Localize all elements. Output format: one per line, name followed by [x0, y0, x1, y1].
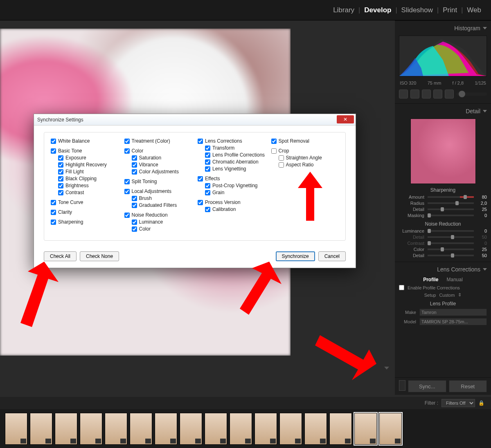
sync-option-post-crop-vignetting[interactable]: Post-Crop Vignetting: [205, 183, 266, 188]
panel-collapse-icon[interactable]: [483, 110, 487, 112]
check-all-button[interactable]: Check All: [44, 251, 77, 261]
sync-option-spot-removal[interactable]: Spot Removal: [271, 138, 339, 144]
sync-option-highlight-recovery[interactable]: Highlight Recovery: [58, 162, 119, 168]
sync-option-clarity[interactable]: Clarity: [51, 209, 119, 215]
sync-option-saturation[interactable]: Saturation: [132, 155, 192, 161]
filmstrip-thumb[interactable]: [105, 413, 127, 445]
slider-track[interactable]: [428, 249, 474, 250]
model-select[interactable]: TAMRON SP 28-75m...: [419, 318, 487, 325]
checkbox[interactable]: [205, 190, 210, 195]
sync-option-contrast[interactable]: Contrast: [58, 190, 119, 195]
filmstrip-thumb[interactable]: [304, 413, 327, 445]
lock-icon[interactable]: 🔒: [478, 400, 484, 406]
brush-tool-icon[interactable]: [445, 90, 454, 99]
sync-option-exposure[interactable]: Exposure: [58, 155, 119, 161]
module-print[interactable]: Print: [443, 6, 457, 14]
sync-option-chromatic-aberration[interactable]: Chromatic Aberration: [205, 159, 266, 165]
checkbox[interactable]: [132, 196, 137, 201]
checkbox[interactable]: [58, 169, 63, 175]
panel-collapse-icon[interactable]: [483, 268, 487, 271]
checkbox[interactable]: [205, 207, 210, 212]
checkbox[interactable]: [51, 210, 56, 215]
slider-track[interactable]: [428, 255, 474, 256]
sync-option-basic-tone[interactable]: Basic Tone: [51, 148, 119, 154]
filmstrip-thumb[interactable]: [205, 413, 227, 445]
checkbox[interactable]: [58, 190, 63, 195]
setup-value[interactable]: Custom: [439, 293, 455, 298]
sync-option-transform[interactable]: Transform: [205, 145, 266, 151]
checkbox[interactable]: [279, 155, 284, 161]
checkbox[interactable]: [124, 139, 130, 144]
sync-option-luminance[interactable]: Luminance: [132, 219, 192, 225]
checkbox[interactable]: [51, 148, 56, 154]
module-slideshow[interactable]: Slideshow: [401, 6, 433, 14]
filmstrip-thumb[interactable]: [155, 413, 177, 445]
slider-track[interactable]: [428, 202, 474, 204]
checkbox[interactable]: [198, 176, 203, 181]
module-library[interactable]: Library: [333, 6, 354, 14]
checkbox[interactable]: [271, 139, 277, 144]
slider-track[interactable]: [428, 236, 474, 238]
checkbox[interactable]: [132, 169, 137, 175]
filmstrip-thumb[interactable]: [130, 413, 152, 445]
checkbox[interactable]: [51, 220, 56, 225]
check-none-button[interactable]: Check None: [80, 251, 119, 261]
checkbox[interactable]: [279, 162, 284, 168]
sync-option-brightness[interactable]: Brightness: [58, 183, 119, 188]
checkbox[interactable]: [124, 179, 130, 184]
slider-track[interactable]: [428, 208, 474, 210]
checkbox[interactable]: [124, 148, 130, 154]
switch-toggle-icon[interactable]: [399, 380, 405, 391]
checkbox[interactable]: [205, 159, 210, 165]
checkbox[interactable]: [58, 155, 63, 161]
close-icon[interactable]: ✕: [337, 115, 354, 123]
dialog-titlebar[interactable]: Synchronize Settings ✕: [34, 114, 356, 125]
slider-track[interactable]: [428, 196, 474, 198]
checkbox[interactable]: [132, 155, 137, 161]
sync-option-split-toning[interactable]: Split Toning: [124, 179, 192, 184]
checkbox[interactable]: [124, 189, 130, 194]
checkbox[interactable]: [198, 139, 203, 144]
panel-collapse-icon[interactable]: [483, 27, 487, 29]
checkbox[interactable]: [198, 200, 203, 205]
sync-option-vibrance[interactable]: Vibrance: [132, 162, 192, 168]
cancel-button[interactable]: Cancel: [318, 251, 346, 261]
filmstrip-thumb[interactable]: [80, 413, 102, 445]
sync-option-treatment-color-[interactable]: Treatment (Color): [124, 138, 192, 144]
sync-option-lens-vignetting[interactable]: Lens Vignetting: [205, 166, 266, 172]
filmstrip-thumb[interactable]: [354, 413, 377, 445]
filmstrip-thumb[interactable]: [230, 413, 252, 445]
checkbox[interactable]: [58, 162, 63, 168]
sync-option-graduated-filters[interactable]: Graduated Filters: [132, 202, 192, 208]
histogram-graph[interactable]: [399, 36, 487, 76]
detail-preview[interactable]: [410, 119, 476, 184]
grad-tool-icon[interactable]: [433, 90, 442, 99]
checkbox[interactable]: [124, 213, 130, 218]
sync-option-grain[interactable]: Grain: [205, 190, 266, 195]
dropdown-icon[interactable]: ⇕: [458, 292, 462, 298]
sync-option-sharpening[interactable]: Sharpening: [51, 219, 119, 225]
crop-tool-icon[interactable]: [399, 90, 408, 99]
slider-track[interactable]: [428, 242, 474, 244]
tab-profile[interactable]: Profile: [423, 277, 438, 282]
checkbox[interactable]: [51, 200, 56, 205]
filmstrip-thumb[interactable]: [30, 413, 52, 445]
sync-option-black-clipping[interactable]: Black Clipping: [58, 176, 119, 181]
filter-select[interactable]: Filters Off: [441, 399, 475, 407]
module-web[interactable]: Web: [467, 6, 481, 14]
checkbox[interactable]: [58, 176, 63, 181]
checkbox[interactable]: [205, 152, 210, 158]
spot-tool-icon[interactable]: [410, 90, 419, 99]
checkbox[interactable]: [205, 166, 210, 172]
slider-track[interactable]: [428, 215, 474, 216]
reset-button[interactable]: Reset: [449, 380, 487, 392]
filmstrip[interactable]: [0, 409, 491, 448]
sync-option-straighten-angle[interactable]: Straighten Angle: [279, 155, 339, 161]
checkbox[interactable]: [132, 220, 137, 225]
checkbox[interactable]: [205, 183, 210, 188]
tool-size-slider[interactable]: [456, 92, 487, 96]
sync-option-color[interactable]: Color: [132, 226, 192, 232]
enable-profile-checkbox[interactable]: [399, 285, 404, 290]
sync-option-tone-curve[interactable]: Tone Curve: [51, 199, 119, 205]
checkbox[interactable]: [132, 162, 137, 168]
